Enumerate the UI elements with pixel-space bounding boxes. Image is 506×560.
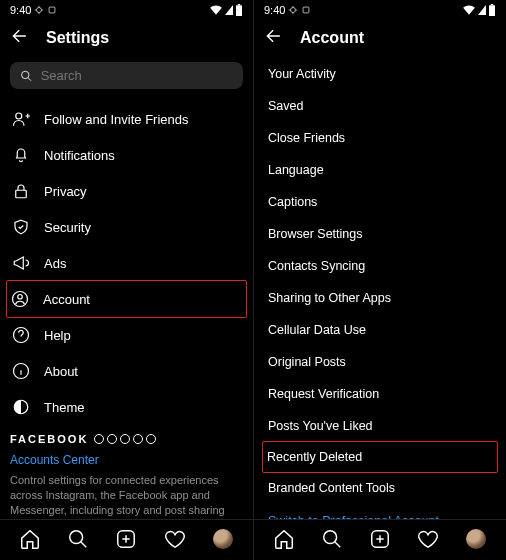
settings-item-security[interactable]: Security	[10, 209, 243, 245]
nav-activity[interactable]	[164, 528, 186, 550]
home-icon	[19, 528, 41, 550]
page-title: Account	[300, 29, 364, 47]
status-icon	[34, 5, 44, 15]
settings-item-follow-invite[interactable]: Follow and Invite Friends	[10, 101, 243, 137]
avatar	[213, 529, 233, 549]
nav-search[interactable]	[321, 528, 343, 550]
item-label: About	[44, 364, 78, 379]
facebook-section: FACEBOOK	[10, 433, 243, 445]
account-list: Your Activity Saved Close Friends Langua…	[254, 58, 506, 519]
facebook-label: FACEBOOK	[10, 433, 88, 445]
bottom-nav	[254, 519, 506, 560]
back-button[interactable]	[264, 26, 284, 50]
battery-icon	[235, 4, 243, 16]
status-icon	[47, 5, 57, 15]
person-add-icon	[12, 110, 30, 128]
wifi-icon	[462, 5, 476, 15]
item-label: Theme	[44, 400, 84, 415]
account-screen: 9:40 Account Your Activity Saved Close F…	[253, 0, 506, 560]
back-button[interactable]	[10, 26, 30, 50]
account-item-branded-content[interactable]: Branded Content Tools	[266, 472, 494, 504]
status-bar: 9:40	[0, 0, 253, 18]
account-item-recently-deleted[interactable]: Recently Deleted	[262, 441, 498, 473]
account-item-saved[interactable]: Saved	[266, 90, 494, 122]
account-item-your-activity[interactable]: Your Activity	[266, 58, 494, 90]
nav-search[interactable]	[67, 528, 89, 550]
switch-professional-link[interactable]: Switch to Professional Account	[266, 504, 494, 519]
account-item-captions[interactable]: Captions	[266, 186, 494, 218]
battery-icon	[488, 4, 496, 16]
theme-icon	[12, 398, 30, 416]
svg-point-8	[18, 295, 23, 300]
accounts-center-link[interactable]: Accounts Center	[10, 453, 243, 467]
account-icon	[11, 290, 29, 308]
settings-item-notifications[interactable]: Notifications	[10, 137, 243, 173]
search-icon	[20, 69, 33, 83]
settings-item-privacy[interactable]: Privacy	[10, 173, 243, 209]
account-item-cellular-data[interactable]: Cellular Data Use	[266, 314, 494, 346]
status-icon	[288, 5, 298, 15]
svg-rect-15	[304, 7, 310, 13]
svg-point-4	[22, 71, 29, 78]
settings-item-theme[interactable]: Theme	[10, 389, 243, 425]
page-title: Settings	[46, 29, 109, 47]
account-item-close-friends[interactable]: Close Friends	[266, 122, 494, 154]
settings-item-help[interactable]: Help	[10, 317, 243, 353]
item-label: Follow and Invite Friends	[44, 112, 189, 127]
heart-icon	[164, 528, 186, 550]
facebook-apps-icons	[94, 434, 156, 444]
signal-icon	[225, 5, 233, 15]
settings-item-account[interactable]: Account	[6, 280, 247, 318]
account-item-contacts-syncing[interactable]: Contacts Syncing	[266, 250, 494, 282]
item-label: Privacy	[44, 184, 87, 199]
item-label: Help	[44, 328, 71, 343]
settings-item-about[interactable]: About	[10, 353, 243, 389]
nav-home[interactable]	[273, 528, 295, 550]
header: Settings	[0, 18, 253, 58]
settings-screen: 9:40 Settings Follow and Invite Friends …	[0, 0, 253, 560]
item-label: Account	[43, 292, 90, 307]
status-time: 9:40	[264, 4, 285, 16]
settings-item-ads[interactable]: Ads	[10, 245, 243, 281]
arrow-left-icon	[10, 26, 30, 46]
svg-point-12	[70, 531, 83, 544]
heart-icon	[417, 528, 439, 550]
item-label: Notifications	[44, 148, 115, 163]
nav-activity[interactable]	[417, 528, 439, 550]
settings-list: Follow and Invite Friends Notifications …	[0, 58, 253, 519]
search-field[interactable]	[10, 62, 243, 89]
account-item-original-posts[interactable]: Original Posts	[266, 346, 494, 378]
wifi-icon	[209, 5, 223, 15]
status-bar: 9:40	[254, 0, 506, 18]
accounts-center-description: Control settings for connected experienc…	[10, 473, 243, 519]
svg-rect-1	[50, 7, 56, 13]
svg-rect-17	[491, 4, 493, 5]
nav-home[interactable]	[19, 528, 41, 550]
bell-icon	[12, 146, 30, 164]
home-icon	[273, 528, 295, 550]
account-item-sharing-other-apps[interactable]: Sharing to Other Apps	[266, 282, 494, 314]
nav-create[interactable]	[115, 528, 137, 550]
svg-rect-3	[238, 4, 240, 5]
item-label: Ads	[44, 256, 66, 271]
nav-create[interactable]	[369, 528, 391, 550]
help-icon	[12, 326, 30, 344]
search-icon	[67, 528, 89, 550]
svg-rect-16	[489, 5, 495, 16]
bottom-nav	[0, 519, 253, 560]
nav-profile[interactable]	[212, 528, 234, 550]
megaphone-icon	[12, 254, 30, 272]
account-item-language[interactable]: Language	[266, 154, 494, 186]
search-icon	[321, 528, 343, 550]
nav-profile[interactable]	[465, 528, 487, 550]
account-item-request-verification[interactable]: Request Verification	[266, 378, 494, 410]
signal-icon	[478, 5, 486, 15]
avatar	[466, 529, 486, 549]
item-label: Security	[44, 220, 91, 235]
search-input[interactable]	[41, 68, 233, 83]
account-item-browser-settings[interactable]: Browser Settings	[266, 218, 494, 250]
svg-point-0	[37, 8, 42, 13]
shield-icon	[12, 218, 30, 236]
svg-rect-2	[236, 5, 242, 16]
account-item-posts-liked[interactable]: Posts You've Liked	[266, 410, 494, 442]
